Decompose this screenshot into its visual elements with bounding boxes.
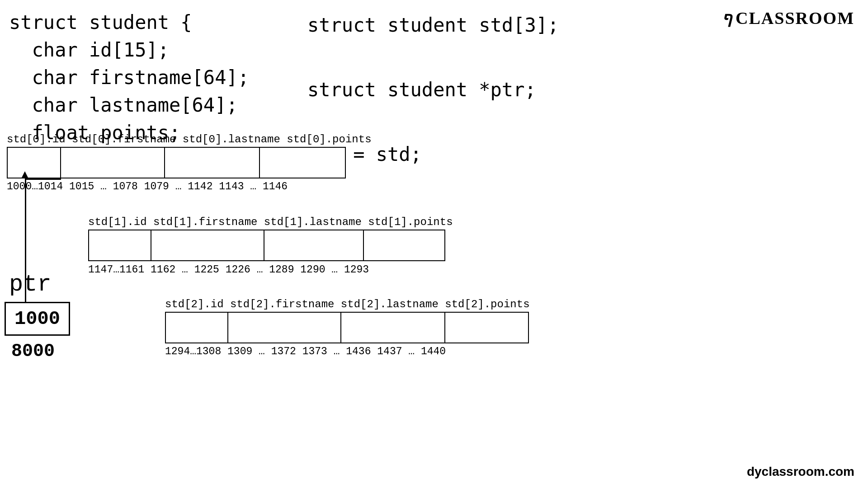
row0-cell-id xyxy=(7,147,61,178)
row1-cell-id xyxy=(88,230,151,261)
row2-label: std[2].id std[2].firstname std[2].lastna… xyxy=(165,298,530,310)
ptr-label: ptr xyxy=(9,271,52,298)
footer-text: dyclassroom.com xyxy=(747,465,854,479)
row0-cell-firstname xyxy=(61,147,165,178)
arrow-horizontal xyxy=(25,178,61,180)
row0-addr: 1000…1014 1015 … 1078 1079 … 1142 1143 …… xyxy=(7,181,288,192)
row1-cells xyxy=(88,230,445,261)
row2-cell-points xyxy=(445,312,529,343)
row2-cell-firstname xyxy=(228,312,341,343)
row2-cell-id xyxy=(165,312,228,343)
arrow-head xyxy=(21,171,28,178)
row2-cells xyxy=(165,312,529,343)
ptr-value: 1000 xyxy=(14,308,60,330)
brand: ף CLASSROOM xyxy=(722,8,854,28)
arrow-vertical xyxy=(25,178,26,302)
row0-cells xyxy=(7,147,346,178)
code-right: struct student std[3]; struct student *p… xyxy=(307,9,559,170)
brand-label: CLASSROOM xyxy=(736,8,854,28)
brand-icon: ף xyxy=(722,9,733,28)
row2-cell-lastname xyxy=(341,312,445,343)
row0-cell-lastname xyxy=(165,147,260,178)
row1-cell-lastname xyxy=(264,230,364,261)
row0-cell-points xyxy=(260,147,346,178)
row2-addr: 1294…1308 1309 … 1372 1373 … 1436 1437 …… xyxy=(165,346,446,357)
ptr-addr: 8000 xyxy=(11,341,55,361)
row1-addr: 1147…1161 1162 … 1225 1226 … 1289 1290 …… xyxy=(88,264,369,276)
row1-cell-points xyxy=(364,230,445,261)
row0-label: std[0].id std[0].firstname std[0].lastna… xyxy=(7,133,372,145)
row1-label: std[1].id std[1].firstname std[1].lastna… xyxy=(88,216,453,228)
ptr-box: 1000 xyxy=(5,302,70,336)
row1-cell-firstname xyxy=(151,230,264,261)
